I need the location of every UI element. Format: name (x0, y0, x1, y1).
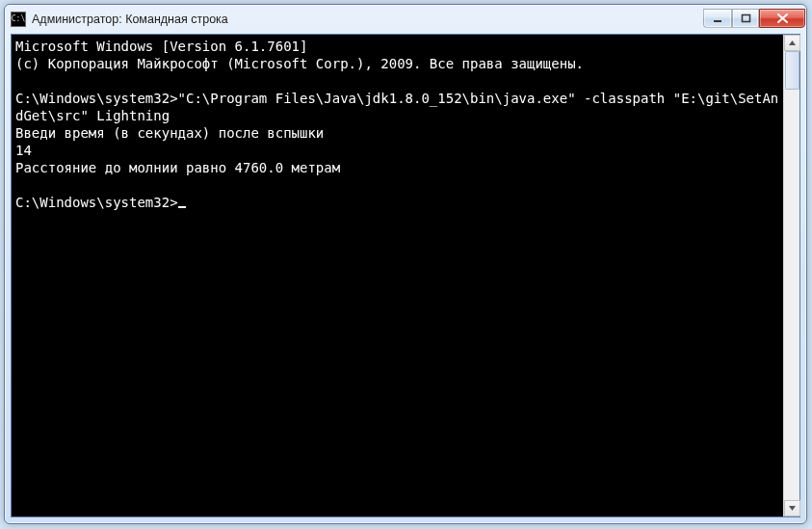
cursor (178, 206, 186, 208)
window-title: Администратор: Командная строка (32, 13, 703, 26)
window-controls (703, 9, 805, 28)
titlebar[interactable]: C:\ Администратор: Командная строка (5, 5, 806, 34)
minimize-button[interactable] (703, 9, 732, 28)
window: C:\ Администратор: Командная строка Micr… (4, 4, 807, 524)
cmd-icon: C:\ (11, 12, 26, 27)
scroll-up-button[interactable] (784, 35, 800, 51)
svg-rect-0 (714, 20, 721, 22)
console-output[interactable]: Microsoft Windows [Version 6.1.7601] (c)… (12, 35, 783, 516)
maximize-button[interactable] (732, 9, 759, 28)
scrollbar-thumb[interactable] (785, 51, 799, 90)
close-button[interactable] (759, 9, 805, 28)
scroll-down-button[interactable] (784, 500, 800, 516)
svg-rect-1 (742, 14, 749, 21)
vertical-scrollbar[interactable] (783, 35, 799, 516)
client-area: Microsoft Windows [Version 6.1.7601] (c)… (11, 34, 800, 517)
